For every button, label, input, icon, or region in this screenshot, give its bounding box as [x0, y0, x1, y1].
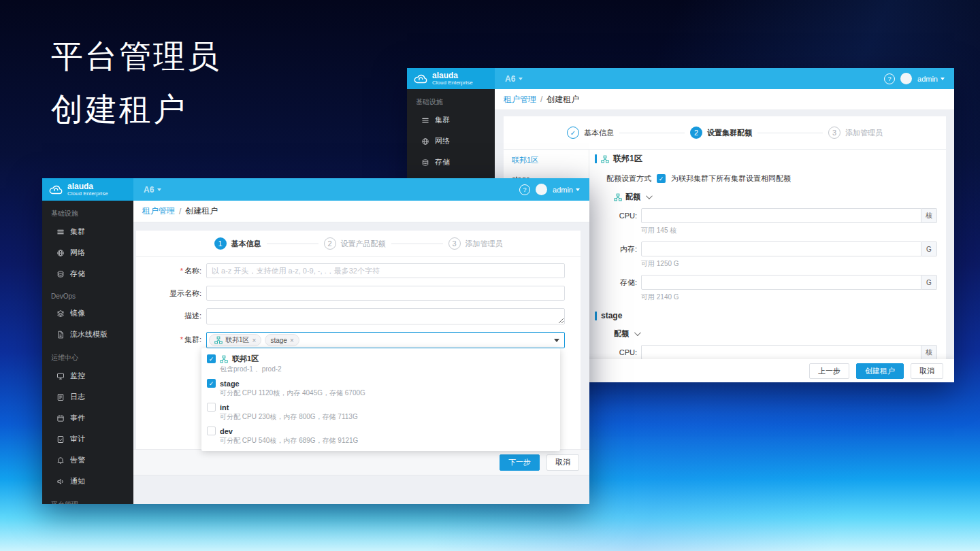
- option-name: 联邦1区: [232, 354, 259, 364]
- pipeline-icon: [56, 331, 65, 339]
- wizard-footer: 下一步 取消: [133, 449, 589, 475]
- chevron-down-icon: [646, 193, 653, 199]
- cluster-icon: [421, 116, 429, 124]
- description-textarea[interactable]: [206, 308, 565, 324]
- sidebar-item-cluster[interactable]: 集群: [407, 110, 495, 131]
- step-3: 3添加管理员: [448, 237, 503, 250]
- cluster-list-item-联邦1区[interactable]: 联邦1区: [504, 150, 589, 170]
- sidebar-item-storage[interactable]: 存储: [407, 152, 495, 173]
- description-label: 描述:: [136, 308, 206, 321]
- sidebar-item-storage[interactable]: 存储: [42, 263, 133, 284]
- help-icon[interactable]: ?: [519, 184, 530, 195]
- caret-down-icon: [576, 188, 580, 191]
- sidebar-item-cluster[interactable]: 集群: [42, 221, 133, 242]
- quota-field-row: 内存:G: [595, 241, 937, 256]
- sidebar-item-image[interactable]: 镜像: [42, 303, 133, 324]
- quota-section-title: stage: [595, 311, 937, 320]
- cluster-multiselect[interactable]: 联邦1区×stage×: [206, 332, 565, 348]
- sidebar-item-event[interactable]: 事件: [42, 407, 133, 429]
- sidebar-item-log[interactable]: 日志: [42, 386, 133, 407]
- prev-step-button[interactable]: 上一步: [809, 363, 849, 379]
- step-3: 3添加管理员: [828, 127, 883, 139]
- section-title-text: stage: [601, 311, 622, 320]
- name-input[interactable]: [206, 263, 565, 278]
- user-menu[interactable]: admin: [917, 75, 945, 83]
- sidebar-item-notification[interactable]: 通知: [42, 471, 133, 492]
- quota-collapse-header[interactable]: 配额: [614, 192, 937, 202]
- cluster-option-dev[interactable]: dev可分配 CPU 540核，内存 689G，存储 9121G: [201, 424, 560, 448]
- breadcrumb-current: 创建租户: [185, 205, 218, 217]
- next-step-button[interactable]: 下一步: [500, 454, 540, 471]
- cloud-logo-icon: [413, 71, 428, 86]
- sidebar-item-audit[interactable]: 审计: [42, 429, 133, 450]
- step-1: ✓基本信息: [567, 127, 614, 139]
- quota-field-label: CPU:: [595, 348, 641, 356]
- checkbox-checked-icon[interactable]: ✓: [657, 174, 666, 183]
- required-mark: *: [180, 267, 183, 275]
- step-1: 1基本信息: [214, 237, 261, 250]
- federation-icon: [220, 355, 228, 363]
- topbar: alauda Cloud Enterprise A6 ? admin: [407, 68, 954, 89]
- sidebar-item-monitor[interactable]: 监控: [42, 365, 133, 386]
- avatar: [900, 73, 912, 84]
- sidebar: 基础设施集群网络存储DevOps镜像流水线模版运维中心监控日志事件审计告警通知平…: [42, 201, 133, 504]
- cluster-option-int[interactable]: int可分配 CPU 230核，内存 800G，存储 7113G: [201, 400, 560, 424]
- network-icon: [421, 137, 429, 146]
- slide-title-line2: 创建租户: [51, 83, 221, 136]
- quota-field-label: CPU:: [595, 212, 641, 220]
- sidebar-item-label: 存储: [70, 269, 85, 279]
- cancel-button[interactable]: 取消: [911, 363, 943, 379]
- breadcrumb-link[interactable]: 租户管理: [142, 205, 175, 217]
- option-description: 包含prod-1 、prod-2: [220, 365, 553, 374]
- quota-field-input[interactable]: [641, 241, 921, 256]
- project-name: A6: [144, 185, 154, 195]
- remove-tag-icon[interactable]: ×: [290, 337, 294, 344]
- cluster-dropdown: ✓联邦1区包含prod-1 、prod-2✓stage可分配 CPU 1120核…: [201, 348, 560, 451]
- quota-field-input[interactable]: [641, 345, 921, 360]
- tag-label: stage: [270, 337, 287, 344]
- user-menu[interactable]: admin: [553, 186, 580, 194]
- quota-field-hint: 可用 2140 G: [641, 293, 937, 302]
- section-title-text: 联邦1区: [613, 153, 642, 165]
- quota-field-input[interactable]: [641, 275, 921, 290]
- cluster-option-stage[interactable]: ✓stage可分配 CPU 1120核，内存 4045G，存储 6700G: [201, 376, 560, 400]
- alarm-icon: [56, 456, 65, 465]
- storage-icon: [421, 158, 429, 167]
- checkbox-unchecked-icon[interactable]: [207, 427, 216, 435]
- display-name-input[interactable]: [206, 286, 565, 301]
- logo-name: alauda: [432, 71, 473, 80]
- sidebar-item-alarm[interactable]: 告警: [42, 450, 133, 471]
- name-label: *名称:: [136, 263, 206, 276]
- wizard-steps: 1基本信息2设置产品配额3添加管理员: [136, 231, 581, 257]
- step-2: 2设置集群配额: [690, 127, 752, 139]
- checkbox-checked-icon[interactable]: ✓: [207, 354, 216, 363]
- quota-panel: 联邦1区配额设置方式✓为联邦集群下所有集群设置相同配额配额CPU:核可用 145…: [589, 150, 946, 382]
- breadcrumb-link[interactable]: 租户管理: [504, 94, 536, 105]
- cluster-option-联邦1区[interactable]: ✓联邦1区包含prod-1 、prod-2: [201, 351, 560, 376]
- checkbox-checked-icon[interactable]: ✓: [207, 379, 216, 388]
- quota-field-unit: 核: [921, 208, 937, 223]
- project-switcher[interactable]: A6: [144, 185, 161, 195]
- sidebar-section-label: 基础设施: [407, 89, 495, 110]
- option-description: 可分配 CPU 230核，内存 800G，存储 7113G: [220, 412, 553, 422]
- create-tenant-button[interactable]: 创建租户: [856, 363, 904, 379]
- option-description: 可分配 CPU 1120核，内存 4045G，存储 6700G: [220, 388, 553, 398]
- step-label: 设置产品配额: [341, 239, 386, 249]
- help-icon[interactable]: ?: [884, 73, 895, 84]
- sidebar-item-network[interactable]: 网络: [407, 131, 495, 152]
- project-switcher[interactable]: A6: [505, 74, 523, 84]
- step-label: 添加管理员: [845, 128, 883, 138]
- quota-field-unit: G: [921, 241, 937, 256]
- tag-label: 联邦1区: [225, 335, 250, 345]
- sidebar-item-pipeline[interactable]: 流水线模版: [42, 324, 133, 345]
- cluster-icon: [56, 228, 65, 236]
- cancel-button[interactable]: 取消: [546, 454, 579, 471]
- caret-down-icon: [941, 78, 945, 80]
- sidebar-item-network[interactable]: 网络: [42, 242, 133, 263]
- step-number: 3: [448, 237, 461, 250]
- quota-collapse-header[interactable]: 配额: [614, 329, 937, 339]
- checkbox-unchecked-icon[interactable]: [207, 403, 216, 412]
- cluster-tag: stage×: [265, 334, 299, 346]
- remove-tag-icon[interactable]: ×: [252, 337, 257, 344]
- quota-field-input[interactable]: [641, 208, 921, 223]
